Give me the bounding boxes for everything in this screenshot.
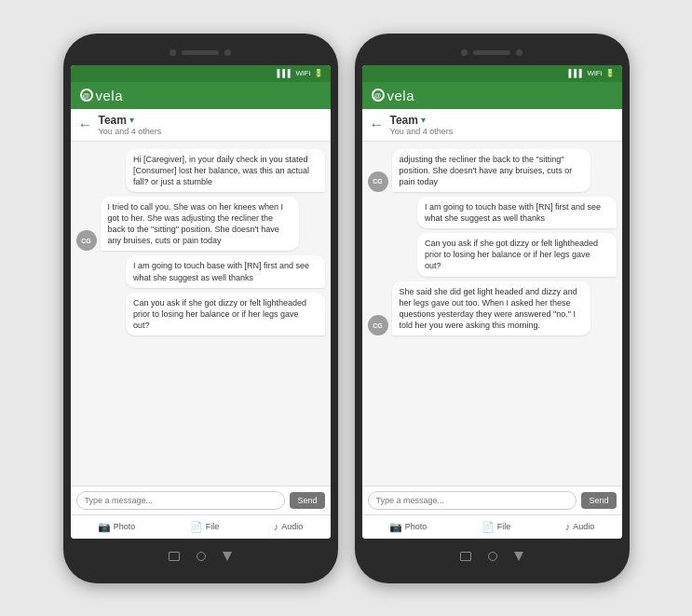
phone-top-bar-right: [362, 45, 622, 62]
signal-icon: ▌▌▌: [277, 69, 292, 77]
message-input-right[interactable]: [368, 491, 577, 510]
phone-left: ▌▌▌ WiFi 🔋 @ vela ← Team ▾: [63, 34, 338, 583]
nav-circle-left[interactable]: [197, 552, 206, 561]
wifi-icon-r: WiFi: [588, 69, 603, 77]
bottom-toolbar-right: 📷 Photo 📄 File ♪ Audio: [362, 514, 622, 539]
status-bar-right: ▌▌▌ WiFi 🔋: [362, 65, 622, 82]
speaker-left: [182, 50, 219, 55]
camera-icon-right: 📷: [389, 521, 402, 533]
audio-icon-right: ♪: [565, 521, 571, 532]
screen-left: ▌▌▌ WiFi 🔋 @ vela ← Team ▾: [71, 65, 331, 539]
file-label-left: File: [206, 522, 220, 531]
audio-label-right: Audio: [573, 522, 594, 531]
signal-icon-r: ▌▌▌: [568, 69, 584, 77]
chat-subtitle-right: You and 4 others: [390, 127, 454, 136]
back-arrow-right[interactable]: ←: [370, 116, 385, 133]
message-3-right: Can you ask if she got dizzy or felt lig…: [417, 233, 617, 276]
file-icon-left: 📄: [190, 521, 203, 533]
nav-square-right[interactable]: [460, 552, 471, 561]
phone-right: ▌▌▌ WiFi 🔋 @ vela ← Team ▾: [355, 34, 630, 583]
screen-right: ▌▌▌ WiFi 🔋 @ vela ← Team ▾: [362, 65, 622, 539]
app-header-left: @ vela: [71, 82, 331, 109]
status-icons-left: ▌▌▌ WiFi 🔋: [277, 69, 322, 77]
vela-logo-text-left: vela: [96, 88, 124, 103]
audio-icon-left: ♪: [274, 521, 279, 532]
chat-dropdown-left[interactable]: ▾: [129, 115, 134, 125]
nav-square-left[interactable]: [169, 552, 180, 561]
phone-bottom-bar-left: [71, 542, 331, 570]
wifi-icon: WiFi: [296, 69, 311, 77]
chat-title-row-right: Team ▾: [390, 114, 454, 127]
photo-btn-left[interactable]: 📷 Photo: [98, 521, 136, 533]
message-2-right: I am going to touch base with [RN] first…: [417, 197, 617, 228]
chat-title-right[interactable]: Team: [390, 114, 418, 127]
camera-right: [461, 49, 468, 56]
input-area-left: Send: [71, 486, 331, 514]
vela-logo-left: @ vela: [80, 88, 124, 103]
vela-logo-icon-right: @: [372, 89, 385, 102]
message-4-wrapper-right: CG She said she did get light headed and…: [368, 281, 617, 336]
message-1-right: adjusting the recliner the back to the "…: [392, 149, 591, 192]
avatar-cg-left-1: CG: [76, 230, 97, 251]
send-button-right[interactable]: Send: [581, 492, 616, 509]
vela-logo-icon-left: @: [80, 89, 93, 102]
chat-title-left[interactable]: Team: [99, 114, 127, 127]
back-arrow-left[interactable]: ←: [78, 116, 93, 133]
input-area-right: Send: [362, 486, 622, 514]
avatar-cg-right-2: CG: [368, 315, 388, 335]
audio-btn-right[interactable]: ♪ Audio: [565, 521, 595, 533]
status-icons-right: ▌▌▌ WiFi 🔋: [568, 69, 614, 77]
battery-icon-r: 🔋: [605, 69, 615, 77]
phone-top-bar-left: [71, 45, 331, 62]
chat-title-row-left: Team ▾: [99, 114, 162, 127]
message-2-left: I tried to call you. She was on her knee…: [101, 197, 300, 252]
vela-logo-text-right: vela: [387, 88, 415, 103]
camera2-right: [516, 49, 522, 56]
battery-icon: 🔋: [314, 69, 323, 77]
message-2-wrapper-left: CG I tried to call you. She was on her k…: [76, 197, 325, 252]
chat-header-right: ← Team ▾ You and 4 others: [362, 109, 622, 142]
file-btn-left[interactable]: 📄 File: [190, 521, 220, 533]
camera-left: [170, 49, 176, 56]
audio-btn-left[interactable]: ♪ Audio: [274, 521, 304, 533]
send-button-left[interactable]: Send: [290, 492, 324, 509]
message-input-left[interactable]: [76, 491, 286, 510]
phones-container: ▌▌▌ WiFi 🔋 @ vela ← Team ▾: [63, 34, 630, 583]
photo-label-left: Photo: [114, 522, 136, 531]
status-bar-left: ▌▌▌ WiFi 🔋: [71, 65, 331, 82]
camera2-left: [224, 49, 231, 56]
message-3-left: I am going to touch base with [RN] first…: [126, 255, 325, 287]
audio-label-left: Audio: [281, 522, 303, 531]
bottom-toolbar-left: 📷 Photo 📄 File ♪ Audio: [71, 514, 331, 539]
photo-btn-right[interactable]: 📷 Photo: [389, 521, 427, 533]
photo-label-right: Photo: [405, 522, 427, 531]
chat-dropdown-right[interactable]: ▾: [421, 115, 426, 125]
phone-bottom-bar-right: [362, 542, 622, 570]
camera-icon-left: 📷: [98, 521, 111, 533]
messages-area-right: CG adjusting the recliner the back to th…: [362, 142, 622, 486]
nav-back-left[interactable]: [223, 552, 232, 561]
message-4-left: Can you ask if she got dizzy or felt lig…: [126, 293, 325, 335]
file-label-right: File: [497, 522, 511, 531]
nav-back-right[interactable]: [514, 552, 523, 561]
chat-header-left: ← Team ▾ You and 4 others: [71, 109, 331, 142]
message-1-left: Hi [Caregiver], in your daily check in y…: [126, 149, 325, 192]
app-header-right: @ vela: [362, 82, 622, 109]
avatar-cg-right-1: CG: [368, 171, 388, 192]
chat-title-section-right: Team ▾ You and 4 others: [390, 114, 454, 136]
message-1-wrapper-right: CG adjusting the recliner the back to th…: [368, 149, 617, 192]
vela-logo-right: @ vela: [372, 88, 415, 103]
file-btn-right[interactable]: 📄 File: [482, 521, 511, 533]
messages-area-left: Hi [Caregiver], in your daily check in y…: [71, 142, 331, 486]
chat-title-section-left: Team ▾ You and 4 others: [99, 114, 162, 136]
file-icon-right: 📄: [482, 521, 495, 533]
speaker-right: [473, 50, 510, 55]
nav-circle-right[interactable]: [488, 552, 497, 561]
message-4-right: She said she did get light headed and di…: [392, 281, 591, 336]
chat-subtitle-left: You and 4 others: [99, 127, 162, 136]
